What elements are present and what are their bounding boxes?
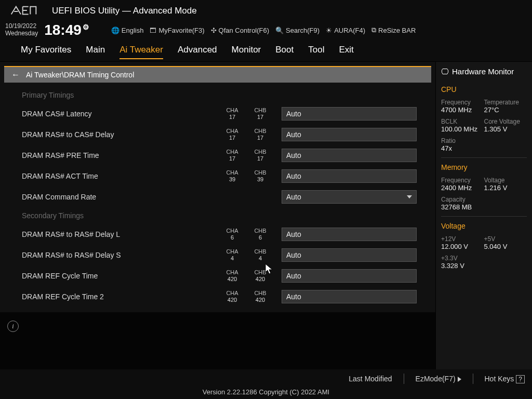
setting-input[interactable]: Auto bbox=[282, 228, 417, 241]
setting-input[interactable]: Auto bbox=[282, 290, 417, 303]
setting-row: DRAM REF Cycle Time 2CHA420CHB420Auto bbox=[4, 286, 431, 307]
setting-label: DRAM REF Cycle Time 2 bbox=[22, 292, 219, 301]
setting-input[interactable]: Auto bbox=[282, 149, 417, 162]
setting-row: DRAM CAS# LatencyCHA17CHB17Auto bbox=[4, 103, 431, 124]
gear-icon[interactable]: ⚙ bbox=[83, 23, 89, 31]
section-header: Primary Timings bbox=[4, 87, 431, 103]
hw-cell: Frequency2400 MHz bbox=[441, 175, 484, 194]
hw-cell bbox=[484, 135, 527, 154]
setting-input[interactable]: Auto bbox=[282, 169, 417, 183]
chb-value: CHB17 bbox=[247, 128, 273, 141]
search-icon: 🔍 bbox=[275, 26, 284, 34]
copyright-text: Version 2.22.1286 Copyright (C) 2022 AMI bbox=[0, 388, 532, 396]
resize-icon: ⧉ bbox=[371, 26, 376, 34]
resizebar-link[interactable]: ⧉ReSize BAR bbox=[371, 26, 416, 34]
card-icon: 🗔 bbox=[150, 26, 156, 34]
hotkeys-link[interactable]: Hot Keys? bbox=[485, 375, 525, 383]
ezmode-link[interactable]: EzMode(F7) bbox=[416, 375, 461, 383]
tab-ai-tweaker[interactable]: Ai Tweaker bbox=[119, 45, 163, 59]
setting-row: DRAM RAS# to CAS# DelayCHA17CHB17Auto bbox=[4, 124, 431, 145]
hw-cell: +12V12.000 V bbox=[441, 233, 484, 252]
hw-section-voltage: Voltage bbox=[441, 222, 527, 230]
search-link[interactable]: 🔍Search(F9) bbox=[275, 26, 320, 34]
chevron-down-icon bbox=[407, 195, 412, 198]
tab-monitor[interactable]: Monitor bbox=[232, 45, 261, 59]
cha-value: CHA4 bbox=[219, 248, 245, 262]
hw-cell: BCLK100.00 MHz bbox=[441, 116, 484, 135]
setting-row: DRAM RAS# ACT TimeCHA39CHB39Auto bbox=[4, 166, 431, 187]
setting-label: DRAM RAS# ACT Time bbox=[22, 172, 219, 180]
section-header: Secondary Timings bbox=[4, 207, 431, 224]
globe-icon: 🌐 bbox=[111, 26, 119, 34]
tab-main[interactable]: Main bbox=[86, 45, 105, 59]
back-arrow-icon[interactable]: ← bbox=[11, 70, 20, 79]
hw-cell bbox=[484, 194, 527, 213]
tab-advanced[interactable]: Advanced bbox=[178, 45, 217, 59]
tab-boot[interactable]: Boot bbox=[275, 45, 294, 59]
monitor-icon: 🖵 bbox=[441, 67, 449, 76]
setting-label: DRAM RAS# PRE Time bbox=[22, 151, 219, 159]
setting-row: DRAM RAS# PRE TimeCHA17CHB17Auto bbox=[4, 145, 431, 166]
tab-tool[interactable]: Tool bbox=[308, 45, 324, 59]
setting-dropdown[interactable]: Auto bbox=[282, 190, 417, 204]
hw-cell: Capacity32768 MB bbox=[441, 194, 484, 213]
setting-label: DRAM REF Cycle Time bbox=[22, 272, 219, 280]
hw-cell: Ratio47x bbox=[441, 135, 484, 154]
exit-icon bbox=[458, 377, 461, 382]
cha-value: CHA420 bbox=[219, 269, 245, 283]
last-modified-link[interactable]: Last Modified bbox=[349, 375, 392, 383]
hw-cell: Temperature27°C bbox=[484, 97, 527, 116]
main-tabs: My FavoritesMainAi TweakerAdvancedMonito… bbox=[0, 42, 532, 62]
setting-row: DRAM RAS# to RAS# Delay SCHA4CHB4Auto bbox=[4, 245, 431, 265]
chb-value: CHB39 bbox=[247, 169, 273, 183]
setting-label: DRAM CAS# Latency bbox=[22, 110, 219, 118]
date-box: 10/19/2022 Wednesday bbox=[5, 23, 38, 37]
tab-exit[interactable]: Exit bbox=[339, 45, 353, 59]
hw-cell bbox=[484, 252, 527, 272]
hardware-monitor-panel: 🖵Hardware Monitor CPU Frequency4700 MHzT… bbox=[435, 62, 532, 369]
hw-cell: +5V5.040 V bbox=[484, 233, 527, 252]
brand-logo bbox=[5, 3, 42, 19]
aura-link[interactable]: ☀AURA(F4) bbox=[326, 26, 365, 34]
tab-my-favorites[interactable]: My Favorites bbox=[21, 45, 71, 59]
fan-icon: ✣ bbox=[211, 26, 217, 34]
app-title: UEFI BIOS Utility — Advanced Mode bbox=[52, 6, 197, 16]
cha-value: CHA17 bbox=[219, 128, 245, 141]
time-display: 18:49⚙ bbox=[44, 22, 89, 38]
setting-row: DRAM RAS# to RAS# Delay LCHA6CHB6Auto bbox=[4, 224, 431, 245]
myfavorite-link[interactable]: 🗔MyFavorite(F3) bbox=[150, 26, 204, 34]
hw-cell: Frequency4700 MHz bbox=[441, 97, 484, 116]
setting-input[interactable]: Auto bbox=[282, 269, 417, 283]
hw-title: Hardware Monitor bbox=[452, 67, 514, 76]
setting-label: DRAM Command Rate bbox=[22, 193, 219, 201]
qfan-link[interactable]: ✣Qfan Control(F6) bbox=[211, 26, 270, 34]
language-selector[interactable]: 🌐English bbox=[111, 26, 144, 34]
hw-cell: Core Voltage1.305 V bbox=[484, 116, 527, 135]
breadcrumb[interactable]: ← Ai Tweaker\DRAM Timing Control bbox=[4, 66, 431, 83]
setting-label: DRAM RAS# to RAS# Delay S bbox=[22, 251, 219, 259]
chb-value: CHB420 bbox=[247, 290, 273, 303]
setting-label: DRAM RAS# to RAS# Delay L bbox=[22, 230, 219, 238]
hw-cell: Voltage1.216 V bbox=[484, 175, 527, 194]
setting-row: DRAM REF Cycle TimeCHA420CHB420Auto bbox=[4, 265, 431, 286]
cha-value: CHA6 bbox=[219, 228, 245, 241]
chb-value: CHB17 bbox=[247, 149, 273, 162]
hw-section-cpu: CPU bbox=[441, 85, 527, 94]
hw-section-memory: Memory bbox=[441, 163, 527, 171]
chb-value: CHB6 bbox=[247, 228, 273, 241]
cha-value: CHA39 bbox=[219, 169, 245, 183]
cha-value: CHA17 bbox=[219, 107, 245, 121]
setting-input[interactable]: Auto bbox=[282, 248, 417, 262]
setting-row: DRAM Command RateAuto bbox=[4, 187, 431, 207]
breadcrumb-text: Ai Tweaker\DRAM Timing Control bbox=[26, 71, 134, 79]
setting-input[interactable]: Auto bbox=[282, 128, 417, 141]
help-panel: i bbox=[0, 312, 435, 369]
chb-value: CHB4 bbox=[247, 248, 273, 262]
aura-icon: ☀ bbox=[326, 26, 332, 34]
chb-value: CHB17 bbox=[247, 107, 273, 121]
setting-input[interactable]: Auto bbox=[282, 107, 417, 121]
hw-cell: +3.3V3.328 V bbox=[441, 252, 484, 272]
info-icon: i bbox=[7, 321, 19, 332]
cha-value: CHA17 bbox=[219, 149, 245, 162]
cha-value: CHA420 bbox=[219, 290, 245, 303]
